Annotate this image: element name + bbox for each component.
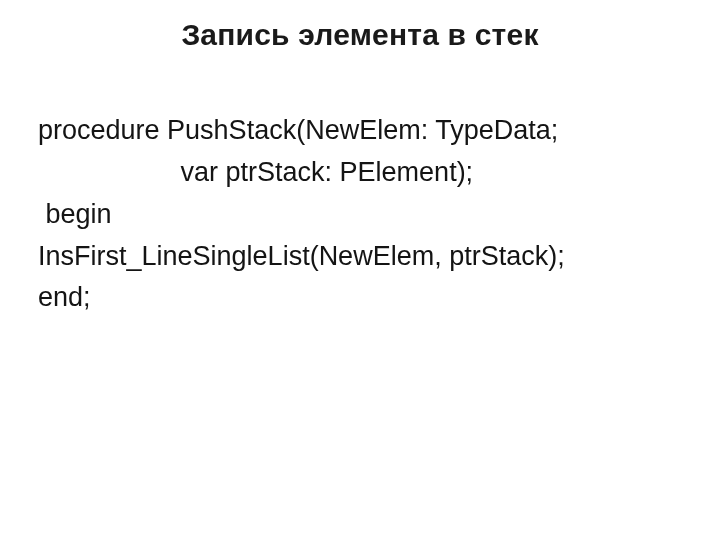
code-line: InsFirst_LineSingleList(NewElem, ptrStac… — [38, 236, 682, 278]
code-line: end; — [38, 277, 682, 319]
code-line: begin — [38, 194, 682, 236]
slide-title: Запись элемента в стек — [38, 18, 682, 52]
code-line: var ptrStack: PElement); — [38, 152, 682, 194]
slide: Запись элемента в стек procedure PushSta… — [0, 0, 720, 540]
code-block: procedure PushStack(NewElem: TypeData; v… — [38, 110, 682, 319]
code-line: procedure PushStack(NewElem: TypeData; — [38, 110, 682, 152]
